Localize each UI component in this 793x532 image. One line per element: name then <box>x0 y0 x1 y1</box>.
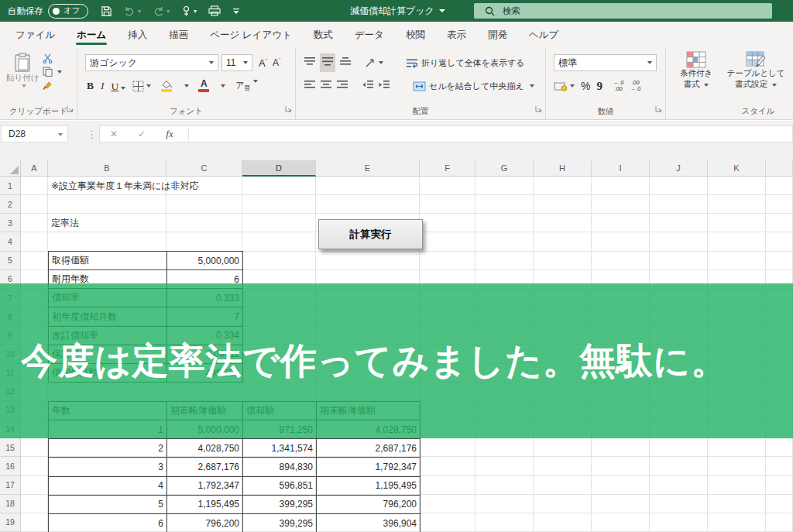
decrease-decimal-button[interactable]: .00→.0 <box>630 80 641 92</box>
cell-F2[interactable] <box>420 195 475 214</box>
column-header-B[interactable]: B <box>48 160 166 177</box>
merge-center-button[interactable]: セルを結合して中央揃え <box>413 81 534 92</box>
increase-decimal-button[interactable]: ←.0.00 <box>613 80 624 92</box>
cell-E1[interactable] <box>316 177 420 195</box>
cell-K19[interactable] <box>708 513 766 532</box>
cell-K16[interactable] <box>708 457 766 475</box>
cell-I4[interactable] <box>592 232 650 251</box>
increase-indent-button[interactable] <box>378 79 390 93</box>
cell-C3[interactable] <box>166 214 242 232</box>
cell-G3[interactable] <box>475 214 534 232</box>
cell-H16[interactable] <box>534 457 592 475</box>
cell-X5[interactable] <box>766 252 793 270</box>
schedule-cell[interactable]: 2,687,176 <box>167 458 243 476</box>
cell-b1-note[interactable]: ※設立事業年度１年未満には非対応 <box>51 177 199 195</box>
column-header-F[interactable]: F <box>420 160 475 177</box>
cell-J18[interactable] <box>650 495 708 513</box>
number-format-select[interactable]: 標準 <box>554 54 657 71</box>
tab-開発[interactable]: 開発 <box>477 22 518 48</box>
cell-J15[interactable] <box>650 438 708 457</box>
cell-A15[interactable] <box>21 438 48 457</box>
cell-I18[interactable] <box>592 495 650 513</box>
autosave-toggle[interactable]: 自動保存 オフ <box>8 0 88 22</box>
cell-H18[interactable] <box>534 495 592 513</box>
tab-ページ レイアウト[interactable]: ページ レイアウト <box>199 22 303 48</box>
cell-G19[interactable] <box>475 513 534 532</box>
increase-font-size-button[interactable]: Aˆ <box>259 57 267 69</box>
cell-F1[interactable] <box>420 177 475 195</box>
cell-I17[interactable] <box>592 476 650 495</box>
cell-J16[interactable] <box>650 457 708 475</box>
tab-数式[interactable]: 数式 <box>303 22 344 48</box>
wrap-text-button[interactable]: 折り返して全体を表示する <box>406 57 525 69</box>
paste-button[interactable]: 貼り付け <box>6 53 39 90</box>
cell-K2[interactable] <box>708 195 766 214</box>
cell-H15[interactable] <box>534 438 592 457</box>
alignment-dialog-launcher-icon[interactable] <box>535 101 542 115</box>
undo-icon[interactable]: ▾ <box>124 6 141 16</box>
schedule-cell[interactable]: 2,687,176 <box>317 439 421 458</box>
tab-データ[interactable]: データ <box>344 22 395 48</box>
column-header-A[interactable]: A <box>21 160 48 177</box>
font-dialog-launcher-icon[interactable] <box>285 101 292 115</box>
cell-A16[interactable] <box>21 457 48 475</box>
cell-C2[interactable] <box>166 195 242 214</box>
cell-I19[interactable] <box>592 513 650 532</box>
cell-D2[interactable] <box>242 195 316 214</box>
column-header-K[interactable]: K <box>708 160 766 177</box>
cell-J1[interactable] <box>650 177 708 195</box>
cell-G18[interactable] <box>475 495 534 513</box>
insert-function-icon[interactable]: fx <box>156 128 184 140</box>
cell-F3[interactable] <box>420 214 475 232</box>
cell-X1[interactable] <box>766 177 793 195</box>
cell-B4[interactable] <box>48 232 166 251</box>
schedule-cell[interactable]: 796,200 <box>317 495 421 513</box>
cell-I3[interactable] <box>592 214 650 232</box>
decrease-font-size-button[interactable]: Aˇ <box>273 57 280 68</box>
cell-C4[interactable] <box>166 232 242 251</box>
column-header-I[interactable]: I <box>592 160 650 177</box>
row-header-4[interactable]: 4 <box>0 232 21 251</box>
cell-F5[interactable] <box>420 252 475 270</box>
row-header-15[interactable]: 15 <box>0 438 21 457</box>
cell-I2[interactable] <box>592 195 650 214</box>
cell-X16[interactable] <box>766 457 793 475</box>
cell-H19[interactable] <box>534 513 592 532</box>
cell-J3[interactable] <box>650 214 708 232</box>
schedule-cell[interactable]: 399,295 <box>243 495 317 513</box>
schedule-cell[interactable]: 6 <box>49 513 167 532</box>
qat-customize-icon[interactable] <box>232 8 240 15</box>
schedule-cell[interactable]: 1,792,347 <box>317 458 421 476</box>
cell-A4[interactable] <box>21 232 48 251</box>
comma-style-button[interactable]: 9 <box>596 80 602 93</box>
cell-F17[interactable] <box>420 476 475 495</box>
schedule-cell[interactable]: 1,195,495 <box>317 476 421 495</box>
cell-b3-method[interactable]: 定率法 <box>51 214 79 232</box>
italic-button[interactable]: I <box>101 80 105 92</box>
row-header-1[interactable]: 1 <box>0 177 21 195</box>
cell-X19[interactable] <box>766 513 793 532</box>
cell-X2[interactable] <box>766 195 793 214</box>
copy-button[interactable] <box>43 67 62 77</box>
fill-color-button[interactable] <box>158 80 175 92</box>
phonetic-guide-button[interactable]: ア亜 <box>235 80 257 92</box>
schedule-cell[interactable]: 2 <box>49 439 167 458</box>
align-right-button[interactable] <box>336 79 348 93</box>
font-size-select[interactable]: 11 <box>221 54 252 71</box>
input-value-cell[interactable]: 5,000,000 <box>167 252 243 270</box>
cell-H5[interactable] <box>534 252 592 270</box>
cell-I15[interactable] <box>592 438 650 457</box>
cell-F16[interactable] <box>420 457 475 475</box>
cell-G5[interactable] <box>475 252 534 270</box>
tab-挿入[interactable]: 挿入 <box>117 22 158 48</box>
cell-J5[interactable] <box>650 252 708 270</box>
cell-I1[interactable] <box>592 177 650 195</box>
tab-ヘルプ[interactable]: ヘルプ <box>518 22 569 48</box>
cell-H4[interactable] <box>534 232 592 251</box>
cell-D1[interactable] <box>242 177 316 195</box>
cell-X3[interactable] <box>766 214 793 232</box>
cell-E2[interactable] <box>316 195 420 214</box>
schedule-cell[interactable]: 596,851 <box>243 476 317 495</box>
cell-B2[interactable] <box>48 195 166 214</box>
column-header-D[interactable]: D <box>242 160 316 177</box>
